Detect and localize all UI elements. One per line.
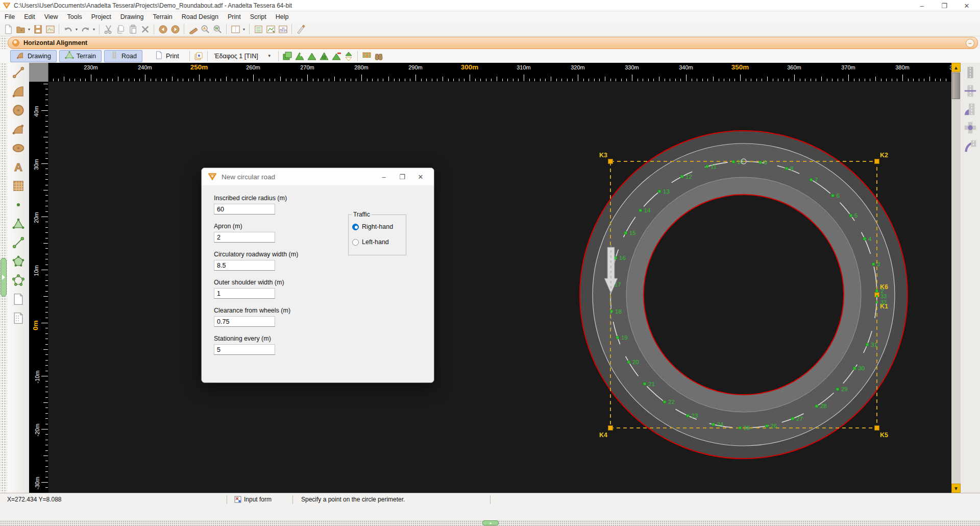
style-tool-icon[interactable] bbox=[295, 23, 307, 35]
menu-road-design[interactable]: Road Design bbox=[177, 12, 223, 21]
station-point[interactable] bbox=[791, 417, 794, 420]
station-point[interactable] bbox=[624, 231, 627, 234]
draw-polygon-icon[interactable] bbox=[10, 253, 27, 270]
pages-icon[interactable] bbox=[192, 50, 205, 62]
field-input[interactable] bbox=[214, 316, 275, 327]
selection-handle[interactable] bbox=[608, 426, 613, 431]
selection-handle[interactable] bbox=[875, 426, 879, 431]
triangle-hatch-icon[interactable] bbox=[318, 50, 330, 62]
delete-icon[interactable] bbox=[139, 23, 151, 35]
radio-selected-icon[interactable] bbox=[352, 224, 359, 230]
paste-icon[interactable] bbox=[127, 23, 139, 35]
field-input[interactable] bbox=[214, 288, 275, 299]
redo-dropdown-icon[interactable]: ▼ bbox=[91, 23, 96, 35]
menu-script[interactable]: Script bbox=[246, 12, 271, 21]
road-section-icon[interactable] bbox=[963, 83, 978, 99]
station-point[interactable] bbox=[643, 382, 646, 385]
maximize-button[interactable]: ❐ bbox=[933, 0, 955, 11]
roundabout-icon[interactable] bbox=[963, 120, 978, 135]
draw-point-icon[interactable] bbox=[10, 197, 27, 213]
menu-drawing[interactable]: Drawing bbox=[116, 12, 149, 21]
draw-line-icon[interactable] bbox=[10, 64, 27, 81]
panel-collapse-button[interactable]: − bbox=[966, 39, 974, 47]
station-point[interactable] bbox=[610, 310, 612, 313]
field-input[interactable] bbox=[214, 204, 275, 214]
draw-arc2-icon[interactable] bbox=[10, 121, 27, 137]
draw-arc-icon[interactable] bbox=[10, 83, 27, 100]
vertical-scrollbar[interactable]: ▲ ▼ bbox=[951, 63, 961, 493]
new-file-icon[interactable] bbox=[2, 23, 14, 35]
split-view-dropdown-icon[interactable]: ▼ bbox=[241, 23, 247, 35]
station-point[interactable] bbox=[872, 263, 874, 266]
copy-icon[interactable] bbox=[114, 23, 127, 35]
tab-road[interactable]: Road bbox=[104, 50, 142, 62]
layers-icon[interactable] bbox=[281, 50, 293, 62]
station-point[interactable] bbox=[680, 175, 683, 178]
triangle-updown-icon[interactable] bbox=[342, 50, 355, 62]
splitter-handle[interactable]: ▲ bbox=[482, 520, 499, 525]
station-point[interactable] bbox=[705, 165, 708, 168]
station-point[interactable] bbox=[687, 414, 689, 417]
traffic-option-right-hand[interactable]: Right-hand bbox=[352, 223, 393, 230]
station-point[interactable] bbox=[866, 343, 868, 346]
undo-dropdown-icon[interactable]: ▼ bbox=[74, 23, 79, 35]
station-point[interactable] bbox=[658, 190, 660, 193]
station-point[interactable] bbox=[875, 290, 878, 292]
traffic-option-left-hand[interactable]: Left-hand bbox=[352, 238, 389, 246]
scroll-down-button[interactable]: ▼ bbox=[951, 484, 961, 493]
nav-back-icon[interactable] bbox=[157, 23, 169, 35]
undo-icon[interactable] bbox=[62, 23, 74, 35]
road-straight-icon[interactable] bbox=[963, 65, 978, 80]
diagram-icon[interactable] bbox=[277, 23, 289, 35]
road-edge-icon[interactable] bbox=[963, 102, 978, 117]
dialog-title-bar[interactable]: New circular road – ❐ ✕ bbox=[202, 168, 434, 185]
draw-text-icon[interactable]: A bbox=[10, 159, 27, 175]
surface-selector[interactable]: Έδαφος 1 [TIN]▼ bbox=[210, 52, 276, 60]
menu-terrain[interactable]: Terrain bbox=[149, 12, 177, 21]
draw-segment-icon[interactable] bbox=[10, 234, 27, 251]
selection-handle[interactable] bbox=[875, 159, 879, 164]
field-input[interactable] bbox=[214, 260, 275, 271]
redo-icon[interactable] bbox=[79, 23, 91, 35]
menu-project[interactable]: Project bbox=[87, 12, 116, 21]
triangle-icon[interactable] bbox=[306, 50, 318, 62]
station-point[interactable] bbox=[759, 161, 762, 163]
dialog-minimize-button[interactable]: – bbox=[375, 173, 393, 181]
export-image-icon[interactable] bbox=[44, 23, 56, 35]
tab-print[interactable]: Print bbox=[149, 50, 184, 62]
tab-drawing[interactable]: Drawing bbox=[10, 50, 57, 62]
station-point[interactable] bbox=[853, 367, 856, 370]
minimize-button[interactable]: – bbox=[911, 0, 933, 11]
station-point[interactable] bbox=[810, 178, 812, 181]
draw-circle-icon[interactable] bbox=[10, 102, 27, 118]
station-point[interactable] bbox=[815, 405, 818, 408]
dialog-close-button[interactable]: ✕ bbox=[411, 173, 430, 181]
split-view-icon[interactable] bbox=[229, 23, 241, 35]
find-a-icon[interactable]: A bbox=[199, 23, 211, 35]
draw-hatch-icon[interactable] bbox=[10, 178, 27, 194]
measure-icon[interactable] bbox=[187, 23, 199, 35]
cut-icon[interactable] bbox=[102, 23, 114, 35]
road-curve-icon[interactable] bbox=[963, 138, 978, 154]
triangle-remove-icon[interactable] bbox=[330, 50, 342, 62]
radio-unselected-icon[interactable] bbox=[352, 239, 359, 246]
table-list-icon[interactable] bbox=[252, 23, 264, 35]
menu-print[interactable]: Print bbox=[223, 12, 246, 21]
left-panel-expander[interactable] bbox=[1, 258, 7, 297]
triangle-edit-icon[interactable] bbox=[293, 50, 306, 62]
station-point[interactable] bbox=[732, 160, 734, 163]
sheet-dotted-icon[interactable] bbox=[10, 310, 27, 326]
station-point[interactable] bbox=[766, 424, 768, 427]
field-input[interactable] bbox=[214, 232, 275, 243]
menu-tools[interactable]: Tools bbox=[63, 12, 87, 21]
menu-file[interactable]: File bbox=[0, 12, 19, 21]
station-point[interactable] bbox=[831, 194, 834, 197]
find-w-icon[interactable]: W bbox=[211, 23, 224, 35]
drawing-canvas[interactable]: K1K2K3K4K5K63332234567891011121314151617… bbox=[48, 82, 951, 493]
nav-forward-icon[interactable] bbox=[169, 23, 181, 35]
station-point[interactable] bbox=[863, 237, 866, 240]
station-point[interactable] bbox=[836, 388, 839, 391]
field-input[interactable] bbox=[214, 344, 275, 355]
station-point[interactable] bbox=[663, 400, 666, 403]
sheet-icon[interactable] bbox=[10, 291, 27, 307]
